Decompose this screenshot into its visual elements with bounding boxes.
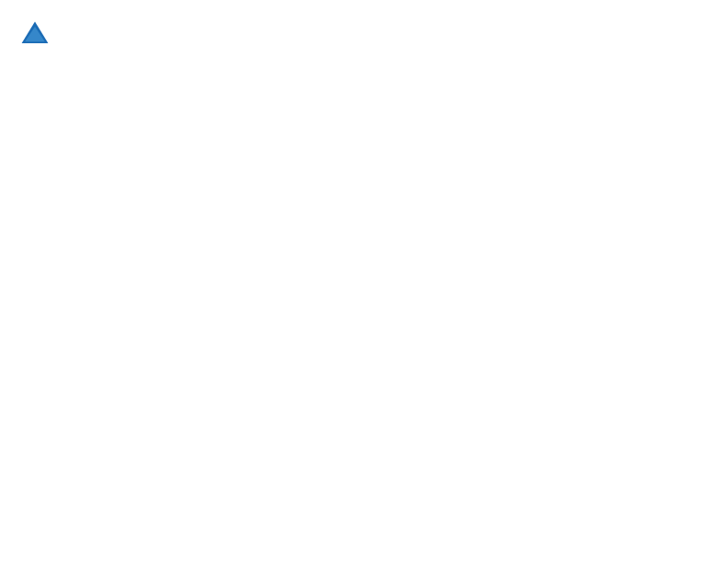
logo xyxy=(18,18,57,52)
logo-icon xyxy=(18,18,51,52)
header xyxy=(18,18,710,52)
